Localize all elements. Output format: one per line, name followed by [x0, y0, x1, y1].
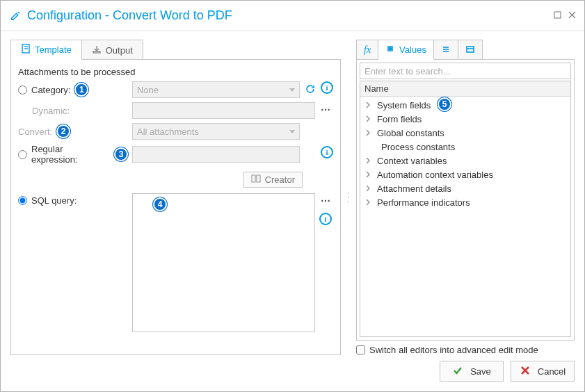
svg-point-8: [348, 193, 349, 194]
tree-item-global-constants[interactable]: Global constants: [360, 126, 570, 140]
tree-item-performance[interactable]: Performance indicators: [360, 195, 570, 209]
row-sql: SQL query: ⋯ i 4: [18, 193, 333, 343]
values-tab-body: Enter text to search... Name System fiel…: [356, 59, 575, 341]
tree-search-input[interactable]: Enter text to search...: [360, 63, 571, 79]
advanced-mode-row: Switch all editors into advanced edit mo…: [356, 345, 575, 355]
info-icon[interactable]: i: [321, 81, 333, 94]
tree-item-automation-context[interactable]: Automation context variables: [360, 168, 570, 181]
form-icon: [465, 44, 475, 56]
info-icon[interactable]: i: [319, 213, 332, 225]
category-label-col: Category: 1: [18, 83, 128, 97]
tree-item-system-fields[interactable]: System fields: [360, 98, 570, 112]
save-button[interactable]: Save: [440, 361, 504, 382]
right-pane: fx Values: [356, 40, 575, 355]
annotation-badge-3: 3: [114, 147, 128, 161]
annotation-badge-1: 1: [74, 83, 88, 97]
regex-field-col: i: [132, 146, 333, 163]
convert-combo[interactable]: All attachments: [132, 123, 300, 140]
maximize-icon[interactable]: [554, 10, 561, 21]
search-placeholder: Enter text to search...: [364, 66, 451, 76]
tree-item-label: Performance indicators: [377, 197, 470, 208]
window-controls: [554, 10, 576, 21]
expand-icon[interactable]: [363, 156, 373, 165]
expand-icon[interactable]: [363, 128, 373, 138]
creator-button[interactable]: Creator: [243, 172, 303, 188]
output-icon: [92, 44, 102, 56]
expand-icon[interactable]: [363, 183, 373, 193]
expand-icon[interactable]: [363, 100, 373, 110]
svg-point-12: [390, 48, 392, 50]
check-icon: [452, 365, 463, 378]
regex-radio[interactable]: [18, 150, 27, 159]
tree-item-process-constants[interactable]: · Process constants: [360, 140, 570, 154]
tree-item-attachment-details[interactable]: Attachment details: [360, 181, 570, 195]
tab-fx[interactable]: fx: [356, 40, 378, 60]
sql-field-col: ⋯ i 4: [132, 193, 333, 332]
right-tabs: fx Values: [356, 40, 575, 60]
tree-item-label: Global constants: [377, 128, 444, 138]
row-convert: Convert: 2 All attachments: [18, 123, 333, 140]
chevron-down-icon: [289, 130, 295, 133]
tab-form[interactable]: [458, 40, 483, 60]
save-button-label: Save: [470, 366, 491, 377]
refresh-icon[interactable]: [303, 81, 318, 97]
tab-output-label: Output: [106, 45, 133, 56]
convert-label: Convert:: [18, 126, 52, 137]
ellipsis-icon[interactable]: ⋯: [318, 193, 333, 209]
info-icon[interactable]: i: [321, 146, 333, 158]
row-category: Category: 1 None i: [18, 81, 333, 98]
tab-values[interactable]: Values: [378, 40, 434, 60]
svg-rect-1: [554, 12, 561, 18]
expand-icon[interactable]: [363, 197, 373, 207]
values-icon: [385, 44, 395, 56]
regex-input[interactable]: [132, 146, 300, 163]
dynamic-label: Dynamic:: [32, 106, 70, 116]
category-radio[interactable]: [18, 85, 27, 95]
tree-item-label: System fields: [377, 100, 431, 111]
annotation-badge-5: 5: [438, 97, 451, 111]
expand-icon[interactable]: [363, 170, 373, 179]
tree-header[interactable]: Name: [360, 81, 570, 97]
regex-label-col: Regular expression: 3: [18, 144, 128, 165]
sql-textarea[interactable]: [132, 193, 315, 332]
section-attachments-header: Attachments to be processed: [18, 67, 333, 77]
book-icon: [251, 174, 261, 185]
regex-label: Regular expression:: [31, 144, 110, 165]
tree-item-context-variables[interactable]: Context variables: [360, 154, 570, 168]
tab-output[interactable]: Output: [82, 40, 143, 60]
tree-item-label: Process constants: [377, 142, 455, 152]
advanced-mode-label: Switch all editors into advanced edit mo…: [369, 345, 538, 355]
category-combo-value: None: [137, 85, 159, 95]
svg-rect-7: [93, 51, 100, 53]
dialog-title: Configuration - Convert Word to PDF: [27, 8, 232, 23]
left-tabs: Template Output: [10, 40, 341, 60]
tab-template-label: Template: [35, 44, 72, 55]
left-pane: Template Output Attachments to be proces…: [10, 40, 341, 355]
category-combo[interactable]: None: [132, 81, 300, 98]
dialog-footer: Save Cancel: [1, 358, 584, 391]
tree-item-label: Automation context variables: [377, 170, 493, 180]
svg-point-10: [348, 201, 349, 202]
tab-list[interactable]: [434, 40, 458, 60]
tab-template[interactable]: Template: [10, 40, 82, 60]
cancel-button[interactable]: Cancel: [511, 361, 575, 382]
convert-field-col: All attachments: [132, 123, 333, 140]
ellipsis-icon[interactable]: ⋯: [318, 102, 333, 117]
wrench-icon: [9, 10, 22, 22]
tree-item-label: Form fields: [377, 114, 422, 124]
dialog-window: Configuration - Convert Word to PDF Temp…: [0, 0, 585, 392]
tree-panel: Name System fields Form fields: [360, 81, 571, 337]
svg-point-0: [12, 19, 13, 19]
advanced-mode-checkbox[interactable]: [356, 345, 365, 354]
splitter-handle[interactable]: [346, 40, 351, 355]
tree-item-label: Attachment details: [377, 183, 451, 194]
row-regex: Regular expression: 3 i: [18, 144, 333, 165]
tree-item-form-fields[interactable]: Form fields: [360, 112, 570, 126]
dynamic-input[interactable]: [132, 102, 315, 119]
expand-icon[interactable]: [363, 114, 373, 124]
sql-radio[interactable]: [18, 196, 27, 205]
convert-combo-value: All attachments: [137, 126, 199, 137]
close-icon[interactable]: [568, 10, 576, 21]
list-icon: [441, 44, 451, 56]
annotation-badge-2: 2: [56, 124, 70, 138]
